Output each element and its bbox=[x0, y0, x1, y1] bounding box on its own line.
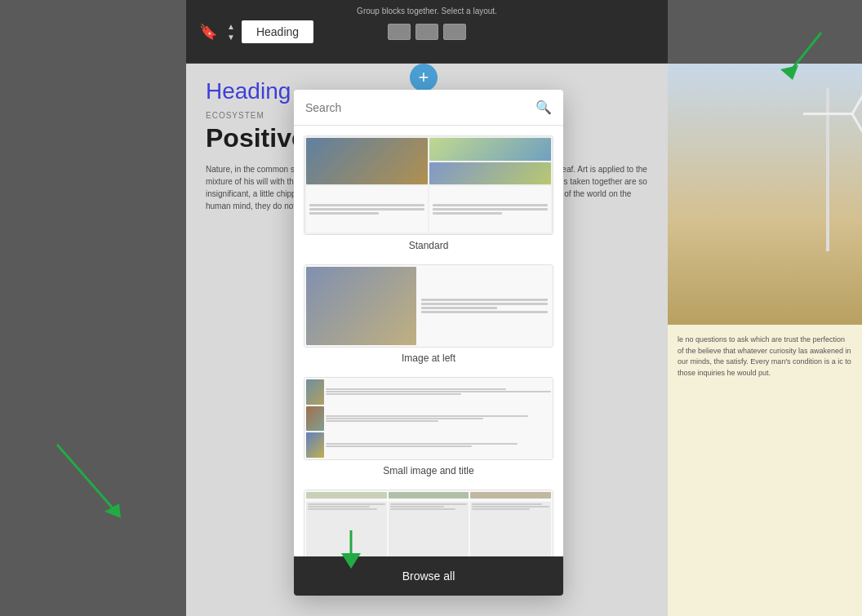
gc3-title bbox=[470, 492, 551, 499]
preview-img-tr1 bbox=[429, 138, 551, 161]
text-line-2 bbox=[309, 208, 424, 211]
search-input[interactable] bbox=[305, 101, 529, 114]
preview-img-tl bbox=[306, 138, 428, 184]
layout-icon-3[interactable] bbox=[443, 24, 466, 40]
search-bar: 🔍 bbox=[294, 90, 563, 126]
yellow-body-text: le no questions to ask which are trust t… bbox=[668, 325, 862, 388]
grid-preview bbox=[304, 490, 553, 556]
layout-icon-1[interactable] bbox=[388, 24, 411, 40]
preview-text-bl bbox=[306, 186, 428, 233]
gc1-text bbox=[306, 502, 387, 556]
text-r3 bbox=[421, 307, 497, 309]
gc1-l2 bbox=[308, 506, 370, 507]
layout-options-list: Standard Image at left bbox=[294, 126, 563, 556]
image-left-label: Image at left bbox=[304, 352, 553, 364]
small-row-3 bbox=[306, 432, 551, 458]
mini-5 bbox=[326, 418, 483, 419]
grid-col-1 bbox=[306, 492, 387, 556]
layout-picker-popup: 🔍 bbox=[294, 90, 563, 596]
standard-preview-grid bbox=[304, 136, 553, 234]
grid-preview-grid bbox=[304, 490, 553, 556]
gc1-l1 bbox=[308, 503, 385, 505]
small-row-2 bbox=[306, 406, 551, 432]
text-line-6 bbox=[433, 212, 502, 215]
layout-option-image-left[interactable]: Image at left bbox=[304, 264, 553, 364]
standard-label: Standard bbox=[304, 240, 553, 251]
browse-all-button[interactable]: Browse all bbox=[294, 556, 563, 596]
turbine-pole bbox=[826, 88, 829, 251]
text-line-5 bbox=[433, 208, 548, 211]
turbine-blade-2 bbox=[851, 71, 862, 114]
small-image-grid bbox=[304, 378, 553, 459]
thumb-2 bbox=[306, 406, 324, 432]
left-panel bbox=[0, 0, 186, 616]
small-rows bbox=[306, 379, 551, 458]
standard-preview bbox=[304, 135, 553, 235]
mini-2 bbox=[326, 391, 551, 392]
gc2-title bbox=[389, 492, 469, 499]
thumb-1 bbox=[306, 379, 324, 405]
layout-option-grid[interactable]: Grid bbox=[304, 490, 553, 556]
gc3-l3 bbox=[472, 508, 530, 510]
gc2-l2 bbox=[390, 506, 444, 507]
gc2-l3 bbox=[390, 508, 455, 510]
heading-button[interactable]: Heading bbox=[242, 20, 313, 43]
mini-3 bbox=[326, 393, 461, 395]
add-block-button[interactable]: + bbox=[410, 64, 438, 91]
turbine-blade-3 bbox=[851, 113, 862, 157]
gc2-text bbox=[389, 502, 469, 556]
text-line-4 bbox=[433, 204, 548, 206]
preview-left-img bbox=[306, 267, 416, 345]
text-r1 bbox=[421, 299, 548, 301]
text-r4 bbox=[421, 311, 548, 313]
small-image-preview bbox=[304, 377, 553, 460]
text-line-3 bbox=[309, 212, 379, 215]
layout-option-standard[interactable]: Standard bbox=[304, 135, 553, 251]
turbine-blade-1 bbox=[803, 113, 852, 115]
toolbar: 🔖 ▲ ▼ Heading Group blocks together. Sel… bbox=[186, 0, 668, 64]
search-icon: 🔍 bbox=[535, 100, 552, 115]
thumb-3 bbox=[306, 432, 324, 458]
bookmark-icon: 🔖 bbox=[199, 23, 217, 41]
layout-option-small-image[interactable]: Small image and title bbox=[304, 377, 553, 476]
layout-hint: Group blocks together. Select a layout. bbox=[357, 7, 497, 16]
wind-turbine-image bbox=[668, 64, 862, 325]
gc2-l1 bbox=[390, 503, 468, 505]
mini-1 bbox=[326, 388, 506, 390]
preview-right-text bbox=[418, 267, 551, 345]
mini-8 bbox=[326, 445, 472, 447]
preview-text-br bbox=[429, 186, 551, 233]
gc1-l3 bbox=[308, 508, 377, 510]
small-row-1 bbox=[306, 379, 551, 405]
gc3-text bbox=[470, 502, 551, 556]
mini-4 bbox=[326, 415, 528, 417]
yellow-section: le no questions to ask which are trust t… bbox=[668, 64, 862, 616]
gc3-l2 bbox=[472, 506, 549, 507]
image-left-grid bbox=[304, 265, 553, 347]
arrow-controls[interactable]: ▲ ▼ bbox=[227, 22, 235, 42]
gc3-l1 bbox=[472, 503, 541, 505]
arrow-down-icon[interactable]: ▼ bbox=[227, 33, 235, 42]
text-r2 bbox=[421, 303, 548, 305]
small-text-3 bbox=[326, 432, 551, 458]
grid-col-2 bbox=[389, 492, 469, 556]
image-left-preview bbox=[304, 264, 553, 348]
mini-6 bbox=[326, 420, 438, 422]
preview-img-tr2 bbox=[429, 162, 551, 185]
gc1-title bbox=[306, 492, 387, 499]
small-image-label: Small image and title bbox=[304, 465, 553, 476]
small-text-2 bbox=[326, 406, 551, 432]
arrow-up-icon[interactable]: ▲ bbox=[227, 22, 235, 31]
layout-selector bbox=[388, 24, 466, 40]
mini-7 bbox=[326, 443, 518, 445]
preview-right-col bbox=[429, 138, 551, 184]
small-text-1 bbox=[326, 379, 551, 405]
layout-icon-2[interactable] bbox=[415, 24, 438, 40]
grid-col-3 bbox=[470, 492, 551, 556]
text-line-1 bbox=[309, 204, 424, 206]
